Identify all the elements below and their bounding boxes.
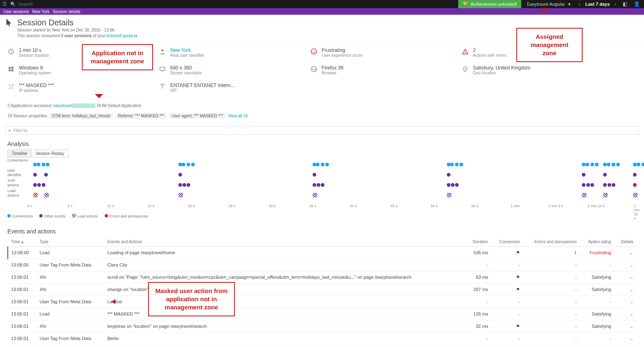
timeline-event-dot[interactable] [37, 163, 41, 166]
timeline-event-dot[interactable] [447, 173, 450, 177]
timeline-event-dot[interactable] [582, 163, 585, 166]
table-row[interactable]: 13:06:01Xhrscroll on "Page: ?utm_source=… [8, 271, 637, 284]
table-row[interactable]: 13:06:01Xhrchange on "location" on page … [8, 284, 637, 296]
timeline-event-dot[interactable] [451, 183, 455, 187]
timeline-event-dot[interactable] [313, 173, 316, 177]
expand-row-icon[interactable]: ⌄ [630, 262, 633, 267]
app-link-easytravel[interactable]: easytravel [53, 103, 72, 108]
timeline-event-dot[interactable] [633, 163, 637, 166]
table-header[interactable]: Apdex rating [580, 237, 615, 247]
timeline-event-dot[interactable] [33, 173, 37, 177]
search-input[interactable] [18, 2, 100, 7]
table-row[interactable]: 13:06:01Xhrkeypress on "location" on pag… [8, 320, 637, 333]
expand-row-icon[interactable]: ⌄ [630, 250, 633, 255]
timeline-event-dot[interactable] [447, 163, 450, 166]
timeline-event-dot[interactable] [612, 183, 615, 187]
timeline-event-dot[interactable] [42, 183, 45, 187]
timeline-event-dot[interactable] [325, 163, 329, 166]
table-row[interactable]: 13:06:01Load*** MASKED ***126 ms--Satisf… [8, 308, 637, 320]
timeline-event-dot[interactable] [455, 163, 459, 166]
timeline-event-dot[interactable] [603, 193, 608, 197]
expand-row-icon[interactable]: ⌄ [630, 311, 633, 316]
timeline-event-dot[interactable] [317, 183, 320, 187]
timeline-event-dot[interactable] [586, 183, 590, 187]
timeline-event-dot[interactable] [321, 163, 324, 166]
timeline-event-dot[interactable] [182, 163, 185, 166]
table-row[interactable]: 13:06:00User Tag From Meta DataClara Cit… [8, 259, 637, 271]
timeline-event-dot[interactable] [637, 163, 640, 166]
timeline-event-dot[interactable] [616, 163, 620, 166]
prop-chip[interactable]: User agent: *** MASKED *** [169, 113, 226, 119]
filter-bar[interactable]: ▾ Filter by [5, 126, 639, 135]
timeline-event-dot[interactable] [33, 183, 37, 187]
expand-row-icon[interactable]: ⌄ [630, 336, 633, 341]
table-header[interactable]: Details [615, 237, 637, 247]
timeline-event-dot[interactable] [633, 193, 637, 197]
timeline-event-dot[interactable] [595, 163, 599, 166]
timeline-event-dot[interactable] [313, 183, 316, 187]
timeline-event-dot[interactable] [455, 183, 459, 187]
dashboard-icon[interactable]: ◧ [621, 1, 629, 7]
timeline-event-dot[interactable] [44, 173, 48, 177]
timeline-event-dot[interactable] [42, 163, 45, 166]
tab-timeline[interactable]: Timeline [7, 150, 32, 157]
timeline-event-dot[interactable] [313, 163, 316, 166]
timeline-event-dot[interactable] [187, 183, 190, 187]
timeline-event-dot[interactable] [178, 183, 182, 187]
table-header[interactable]: Time ▴ [8, 237, 36, 247]
prop-chip[interactable]: UTM term: holidays_last_minute [50, 113, 113, 119]
search-icon[interactable]: 🔍 [10, 2, 16, 7]
timeline-event-dot[interactable] [607, 163, 610, 166]
table-row[interactable]: 13:06:01User Tag From Meta DataLa Rue---… [8, 296, 637, 308]
timeline-event-dot[interactable] [590, 183, 594, 187]
timeline-event-dot[interactable] [37, 183, 41, 187]
timeline-event-dot[interactable] [44, 193, 49, 197]
crumb-user[interactable]: New York [31, 9, 53, 14]
timeframe-next[interactable]: › [613, 2, 618, 7]
timeline-event-dot[interactable] [633, 173, 637, 177]
table-header[interactable]: Type [36, 237, 104, 247]
timeline-event-dot[interactable] [612, 163, 615, 166]
tab-session-replay[interactable]: Session Replay [32, 150, 68, 157]
timeline-event-dot[interactable] [321, 183, 324, 187]
timeline-event-dot[interactable] [316, 163, 320, 166]
timeline-event-dot[interactable] [603, 183, 607, 187]
timeline-event-dot[interactable] [585, 163, 589, 166]
timeline-event-dot[interactable] [459, 163, 463, 166]
timeline-event-dot[interactable] [178, 163, 182, 166]
timeline-event-dot[interactable] [582, 173, 585, 177]
timeframe-label[interactable]: Last 7 days [585, 2, 610, 7]
timeline-event-dot[interactable] [450, 163, 454, 166]
management-zone-selector[interactable]: Easytravel-Angular ▼ [525, 2, 574, 7]
table-row[interactable]: 13:06:01User Tag From Meta DataBerlin---… [8, 333, 637, 345]
timeline-event-dot[interactable] [313, 193, 317, 197]
expand-row-icon[interactable]: ⌄ [630, 299, 633, 304]
timeline-event-dot[interactable] [447, 193, 451, 197]
expand-row-icon[interactable]: ⌄ [630, 324, 633, 329]
table-header[interactable]: Events and Actions [104, 237, 466, 247]
timeline-event-dot[interactable] [608, 183, 611, 187]
timeline-event-dot[interactable] [447, 183, 450, 187]
timeline-event-dot[interactable] [33, 163, 37, 166]
crumb-user-sessions[interactable]: User sessions [2, 9, 32, 14]
expand-row-icon[interactable]: ⌄ [630, 275, 633, 280]
timeline-event-dot[interactable] [582, 183, 585, 187]
table-header[interactable]: Conversion [491, 237, 523, 247]
timeline-event-dot[interactable] [178, 173, 182, 177]
timeline-event-dot[interactable] [191, 163, 195, 166]
timeline-event-dot[interactable] [33, 193, 38, 197]
table-row[interactable]: 13:06:00LoadLoading of page /easytravel/… [8, 247, 637, 259]
timeline-event-dot[interactable] [633, 183, 637, 187]
timeframe-prev[interactable]: ‹ [577, 2, 582, 7]
timeline-event-dot[interactable] [178, 193, 183, 197]
timeline-event-dot[interactable] [582, 193, 586, 197]
table-header[interactable]: Errors and annoyances [523, 237, 580, 247]
info-user-value[interactable]: New York [170, 47, 204, 53]
timeline-event-dot[interactable] [642, 163, 644, 166]
user-icon[interactable]: 👤 [632, 1, 642, 7]
expand-row-icon[interactable]: ⌄ [630, 287, 633, 292]
timeline-event-dot[interactable] [182, 183, 186, 187]
timeline-event-dot[interactable] [46, 163, 50, 166]
achievement-banner[interactable]: 🏆 Achievement unlocked! [458, 0, 521, 8]
timeline-event-dot[interactable] [603, 163, 607, 166]
